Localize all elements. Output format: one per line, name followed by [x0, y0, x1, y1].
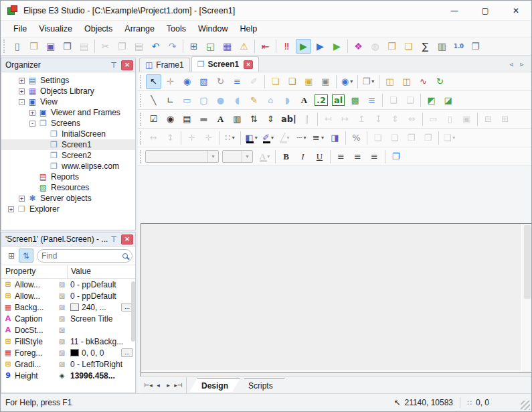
- combobox-control-button[interactable]: ▥: [230, 112, 245, 127]
- line-style-button[interactable]: ┄▾: [294, 131, 309, 145]
- scroll-tabs-right-button[interactable]: ▹: [517, 60, 527, 68]
- polygon-tool-button[interactable]: ⌂: [263, 93, 278, 108]
- align-text-left-button[interactable]: ≡: [333, 149, 349, 164]
- screen-update-button[interactable]: ↻: [432, 74, 448, 89]
- fill-color-button[interactable]: ◧▾: [244, 131, 259, 145]
- sheet-tab-scripts[interactable]: Scripts: [236, 379, 285, 392]
- toolbar-grip[interactable]: [140, 113, 143, 126]
- line-color-dropdown[interactable]: ▾: [286, 135, 289, 141]
- association-icon[interactable]: ▨: [56, 360, 68, 368]
- search-in-files-button[interactable]: ❒: [384, 39, 400, 54]
- association-icon[interactable]: ▨: [56, 338, 68, 345]
- property-row-docst-[interactable]: ADocSt...▨: [1, 324, 135, 336]
- expander-icon[interactable]: +: [8, 206, 14, 212]
- polyline-tool-button[interactable]: ∟: [163, 93, 178, 108]
- association-icon[interactable]: ▨: [56, 326, 68, 334]
- documentation-button[interactable]: ▥: [434, 39, 450, 54]
- zoom-level-dropdown[interactable]: ▾: [350, 78, 353, 84]
- format-number-button[interactable]: 1.0: [451, 39, 466, 54]
- undo-button[interactable]: ↶: [148, 39, 163, 54]
- property-row-allow-[interactable]: ⊞Allow...▨0 - ppDefault: [1, 279, 135, 290]
- tree-item-reports[interactable]: +▤Reports: [1, 171, 135, 182]
- brush-color-dropdown[interactable]: ▾: [271, 135, 274, 141]
- categorized-view-button[interactable]: ⊞: [4, 249, 19, 263]
- menu-item-tools[interactable]: Tools: [161, 22, 192, 36]
- tab-order-button[interactable]: ≡: [230, 74, 245, 89]
- new-file-button[interactable]: ▯: [9, 39, 25, 54]
- close-button[interactable]: ✕: [501, 1, 531, 20]
- properties-close-button[interactable]: ✕: [121, 234, 133, 245]
- rotate-tool-button[interactable]: ↻: [213, 74, 228, 89]
- export-files-button[interactable]: ❏: [401, 39, 416, 54]
- zoom-level-button[interactable]: ◉▾: [339, 74, 355, 89]
- line-style-dropdown[interactable]: ▾: [303, 135, 306, 141]
- insert-chart-button[interactable]: ∿: [416, 74, 431, 89]
- next-sheet-button[interactable]: ▸: [163, 382, 173, 389]
- find-box[interactable]: [37, 249, 132, 263]
- text-tool-button[interactable]: A: [296, 93, 312, 108]
- chevron-down-icon[interactable]: ▾: [242, 151, 252, 162]
- grid-options-dropdown[interactable]: ▾: [232, 135, 235, 141]
- property-value[interactable]: 0, 0, 0...: [68, 348, 135, 358]
- close-tab-button[interactable]: ✕: [244, 60, 253, 69]
- slider-control-button[interactable]: ⇕: [263, 112, 278, 127]
- property-value[interactable]: Screen Title: [68, 314, 135, 324]
- bring-forward-button[interactable]: ▣: [301, 74, 317, 89]
- organizer-close-button[interactable]: ✕: [121, 60, 133, 70]
- radio-control-button[interactable]: ◉: [163, 112, 178, 127]
- create-links-button[interactable]: ◩: [424, 93, 439, 108]
- align-text-center-button[interactable]: ≡: [350, 149, 365, 164]
- font-color-dropdown[interactable]: ▾: [267, 153, 270, 159]
- property-row-foreg-[interactable]: ▦Foreg...▨0, 0, 0...: [1, 347, 135, 358]
- insert-object-button[interactable]: ⊞: [186, 39, 201, 54]
- tree-item-resources[interactable]: +▨Resources: [1, 182, 135, 193]
- document-tab-screen1[interactable]: ❐Screen1✕: [191, 56, 259, 72]
- transparency-button[interactable]: %: [349, 131, 364, 145]
- document-tab-frame1[interactable]: ◫Frame1: [139, 58, 190, 72]
- property-row-allow-[interactable]: ⊞Allow...▨0 - ppDefault: [1, 290, 135, 301]
- spin-control-button[interactable]: ⇅: [246, 112, 262, 127]
- sheet-tab-design[interactable]: Design: [189, 379, 240, 392]
- expander-icon[interactable]: +: [19, 78, 25, 84]
- execute-domain-button[interactable]: ▶: [296, 39, 311, 54]
- tree-item-server-objects[interactable]: +✱Server objects: [1, 193, 135, 204]
- underline-button[interactable]: U: [312, 149, 327, 164]
- insert-e3query-button[interactable]: ◫: [399, 74, 414, 89]
- search-icon[interactable]: [122, 253, 128, 259]
- find-input[interactable]: [41, 251, 122, 261]
- label-control-button[interactable]: A: [213, 112, 228, 127]
- toolbar-grip[interactable]: [3, 40, 7, 53]
- italic-button[interactable]: I: [295, 149, 311, 164]
- tree-item-screen2[interactable]: +❐Screen2: [1, 150, 135, 161]
- textbox-tool-button[interactable]: al: [331, 93, 346, 108]
- stop-scripts-button[interactable]: ‼: [279, 39, 294, 54]
- line-width-dropdown[interactable]: ▾: [321, 135, 324, 141]
- paste-links-button[interactable]: ◪: [440, 93, 456, 108]
- screen-design-surface[interactable]: [141, 224, 523, 372]
- pie-tool-button[interactable]: ◖: [230, 93, 245, 108]
- association-icon[interactable]: ▨: [56, 292, 68, 299]
- expression-editor-button[interactable]: ∑: [418, 39, 433, 54]
- property-row-height[interactable]: 9Height◈13996.458...: [1, 370, 135, 381]
- property-value[interactable]: 240, ......: [68, 303, 135, 312]
- chevron-down-icon[interactable]: ▾: [207, 151, 218, 162]
- expander-icon[interactable]: +: [19, 88, 25, 94]
- zoom-region-tool-button[interactable]: ▧: [196, 74, 211, 89]
- scroll-tabs-left-button[interactable]: ◃: [506, 60, 517, 68]
- run-viewer-button[interactable]: ▶: [329, 39, 345, 54]
- font-size-combo[interactable]: ▾: [222, 150, 253, 163]
- background-style-button[interactable]: ◨: [327, 131, 343, 145]
- tree-item-screens[interactable]: -❐Screens: [1, 118, 135, 129]
- ellipse-tool-button[interactable]: ●: [213, 93, 228, 108]
- menu-item-objects[interactable]: Objects: [78, 22, 118, 36]
- expander-icon[interactable]: +: [19, 196, 25, 202]
- scale-tool-button[interactable]: ≡: [364, 93, 379, 108]
- tree-item-settings[interactable]: +▤Settings: [1, 75, 135, 86]
- property-value[interactable]: 13996.458...: [68, 371, 135, 381]
- tree-item-explorer[interactable]: +❒Explorer: [1, 204, 135, 214]
- toolbar-grip[interactable]: [140, 94, 143, 107]
- screen-canvas[interactable]: [141, 223, 531, 376]
- property-value[interactable]: 0 - LeftToRight: [68, 360, 135, 369]
- insert-screen-button[interactable]: ◱: [203, 39, 218, 54]
- property-row-caption[interactable]: ACaption▨Screen Title: [1, 313, 135, 324]
